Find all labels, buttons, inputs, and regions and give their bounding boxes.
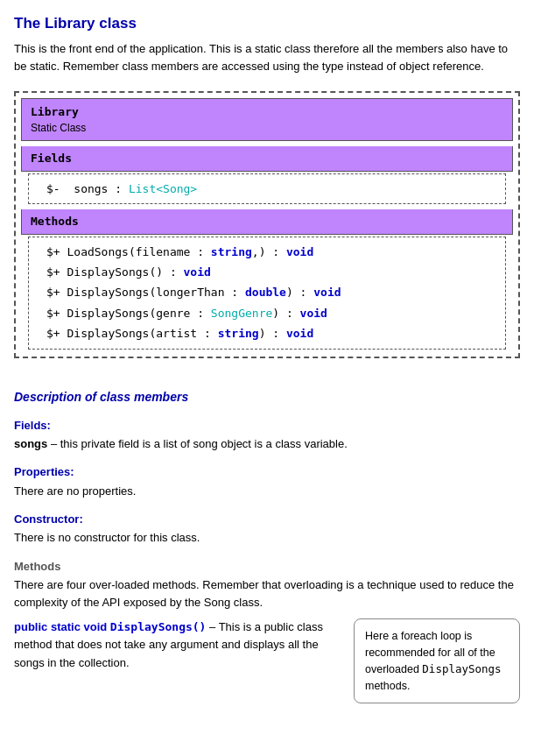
uml-fields-header: Fields: [21, 146, 513, 172]
keyword-public: public: [14, 620, 47, 633]
intro-paragraph: This is the front end of the application…: [14, 40, 520, 75]
uml-methods-header: Methods: [21, 209, 513, 235]
keyword-static: static: [51, 620, 81, 633]
constructor-label: Constructor:: [14, 511, 520, 528]
uml-fields-box: $- songs : List<Song>: [28, 173, 506, 204]
songs-bold: songs: [14, 437, 47, 450]
page-title: The Library class: [14, 12, 520, 35]
description-title: Description of class members: [14, 388, 520, 406]
uml-diagram: Library Static Class Fields $- songs : L…: [14, 91, 520, 358]
uml-class-name: Library: [31, 103, 503, 121]
uml-method-2: $+ DisplaySongs() : void: [46, 262, 496, 282]
methods-label: Methods: [14, 558, 520, 576]
uml-method-4: $+ DisplaySongs(genre : SongGenre) : voi…: [46, 303, 496, 323]
uml-method-3: $+ DisplaySongs(longerThan : double) : v…: [46, 282, 496, 302]
display-songs-description: public static void DisplaySongs() – This…: [14, 618, 340, 671]
field-type: List<Song>: [129, 182, 197, 195]
fields-label: Fields:: [14, 417, 520, 435]
properties-label: Properties:: [14, 463, 520, 481]
uml-methods-box: $+ LoadSongs(filename : string,) : void …: [28, 237, 506, 350]
keyword-void: void: [84, 620, 108, 633]
uml-method-1: $+ LoadSongs(filename : string,) : void: [46, 242, 496, 262]
methods-overview: There are four over-loaded methods. Reme…: [14, 576, 520, 611]
uml-class-header: Library Static Class: [21, 98, 513, 142]
description-section: Description of class members Fields: son…: [14, 388, 520, 704]
side-note-text: Here a foreach loop is recommended for a…: [365, 630, 502, 691]
uml-method-5: $+ DisplaySongs(artist : string) : void: [46, 323, 496, 343]
bottom-section: public static void DisplaySongs() – This…: [14, 618, 520, 703]
method-name: DisplaySongs(): [110, 620, 207, 633]
side-note-box: Here a foreach loop is recommended for a…: [354, 618, 520, 703]
uml-field-songs: $- songs : List<Song>: [46, 179, 496, 199]
constructor-content: There is no constructor for this class.: [14, 529, 520, 547]
fields-content: songs – this private field is a list of …: [14, 435, 520, 453]
field-visibility: $- songs :: [46, 182, 129, 195]
uml-stereotype: Static Class: [31, 120, 503, 136]
properties-content: There are no properties.: [14, 483, 520, 500]
side-note-method: DisplaySongs: [422, 662, 501, 675]
